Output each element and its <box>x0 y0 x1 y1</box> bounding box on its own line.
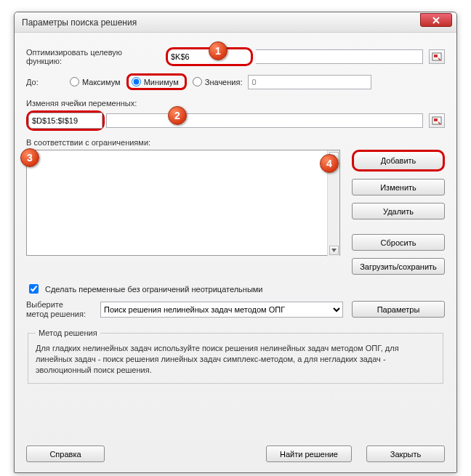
dialog-window: Параметры поиска решения Оптимизировать … <box>14 12 457 473</box>
nonneg-checkbox[interactable]: Сделать переменные без ограничений неотр… <box>26 282 445 296</box>
objective-row: Оптимизировать целевую функцию: <box>26 47 445 66</box>
changing-input-ext[interactable] <box>106 113 423 128</box>
radio-maximum[interactable]: Максимум <box>70 77 121 86</box>
callout-1: 1 <box>209 41 228 60</box>
dialog-title: Параметры поиска решения <box>22 17 420 28</box>
choose-method-label: Выберите метод решения: <box>26 300 92 318</box>
changing-input[interactable] <box>28 113 102 129</box>
to-row: До: Максимум Минимум Значения: <box>26 73 445 90</box>
titlebar: Параметры поиска решения <box>15 12 456 33</box>
changing-label: Изменяя ячейки переменных: <box>26 99 137 108</box>
radio-value-label: Значения: <box>205 78 243 86</box>
edit-button[interactable]: Изменить <box>352 179 445 195</box>
svg-rect-3 <box>434 118 438 121</box>
method-select[interactable]: Поиск решения нелинейных задач методом О… <box>100 302 343 318</box>
delete-button[interactable]: Удалить <box>352 203 445 219</box>
callout-4: 4 <box>320 154 339 173</box>
callout-2: 2 <box>168 106 187 125</box>
nonneg-checkbox-input[interactable] <box>29 284 39 294</box>
callout-3: 3 <box>20 148 39 167</box>
loadsave-button[interactable]: Загрузить/сохранить <box>352 258 445 275</box>
close-button[interactable]: Закрыть <box>366 445 445 462</box>
scroll-down-icon[interactable] <box>329 246 339 255</box>
solve-button[interactable]: Найти решение <box>266 445 352 462</box>
objective-label: Оптимизировать целевую функцию: <box>26 48 160 65</box>
radio-minimum-label: Минимум <box>144 78 179 86</box>
close-icon <box>432 17 440 24</box>
constraints-list-wrapper <box>26 150 340 257</box>
nonneg-label: Сделать переменные без ограничений неотр… <box>45 285 263 294</box>
radio-value[interactable]: Значения: <box>193 77 243 86</box>
add-button[interactable]: Добавить <box>352 150 445 172</box>
bottombar: Справка Найти решение Закрыть <box>26 445 445 462</box>
dialog-body: Оптимизировать целевую функцию: До: Макс… <box>26 47 445 462</box>
method-group-title: Метод решения <box>36 328 100 337</box>
value-of-input[interactable] <box>248 75 371 89</box>
to-label: До: <box>26 78 64 86</box>
method-group: Метод решения Для гладких нелинейных зад… <box>28 328 443 384</box>
radio-minimum[interactable]: Минимум <box>126 73 187 90</box>
method-description: Для гладких нелинейных задач используйте… <box>36 343 435 376</box>
svg-rect-1 <box>434 55 438 57</box>
options-button[interactable]: Параметры <box>352 301 445 318</box>
range-select-icon[interactable] <box>429 49 445 64</box>
changing-section: Изменяя ячейки переменных: <box>26 99 445 131</box>
range-select-icon[interactable] <box>429 113 445 128</box>
help-button[interactable]: Справка <box>26 445 105 462</box>
objective-input-ext[interactable] <box>256 49 423 64</box>
window-close-button[interactable] <box>420 13 452 27</box>
constraints-section: В соответствии с ограничениями: Добавить… <box>26 138 445 275</box>
radio-maximum-label: Максимум <box>82 78 121 86</box>
constraints-label: В соответствии с ограничениями: <box>26 138 150 147</box>
constraints-list[interactable] <box>26 150 340 256</box>
reset-button[interactable]: Сбросить <box>352 234 445 251</box>
